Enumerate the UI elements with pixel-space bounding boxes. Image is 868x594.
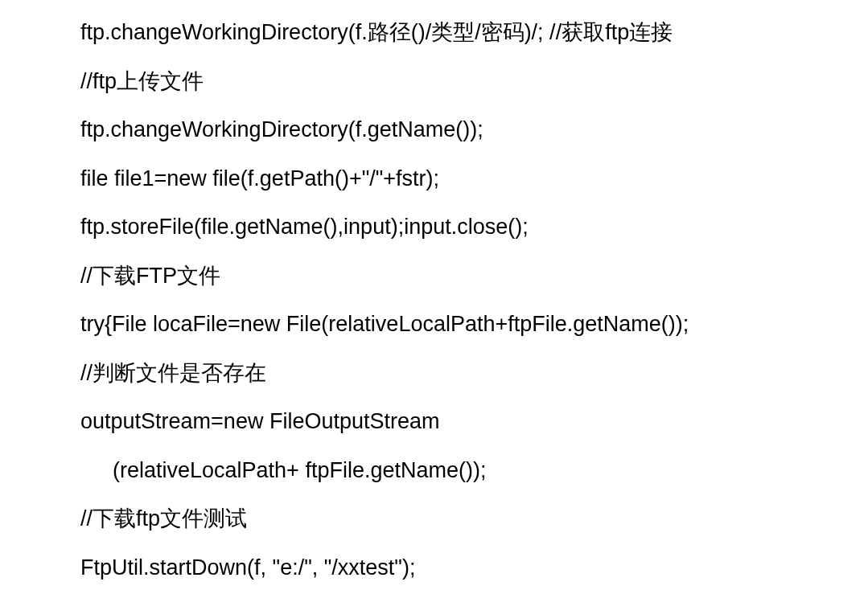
code-line-7: try{File locaFile=new File(relativeLocal… — [80, 308, 868, 341]
code-line-2: //ftp上传文件 — [80, 65, 868, 98]
code-line-8: //判断文件是否存在 — [80, 357, 868, 390]
code-line-11: //下载ftp文件测试 — [80, 502, 868, 535]
code-line-5: ftp.storeFile(file.getName(),input);inpu… — [80, 211, 868, 244]
code-line-9: outputStream=new FileOutputStream — [80, 405, 868, 438]
code-line-12: FtpUtil.startDown(f, "e:/", "/xxtest"); — [80, 551, 868, 584]
code-line-4: file file1=new file(f.getPath()+"/"+fstr… — [80, 162, 868, 195]
code-line-6: //下载FTP文件 — [80, 260, 868, 293]
code-line-3: ftp.changeWorkingDirectory(f.getName()); — [80, 113, 868, 146]
code-line-1: ftp.changeWorkingDirectory(f.路径()/类型/密码)… — [80, 16, 868, 49]
code-line-10: (relativeLocalPath+ ftpFile.getName()); — [80, 454, 868, 487]
